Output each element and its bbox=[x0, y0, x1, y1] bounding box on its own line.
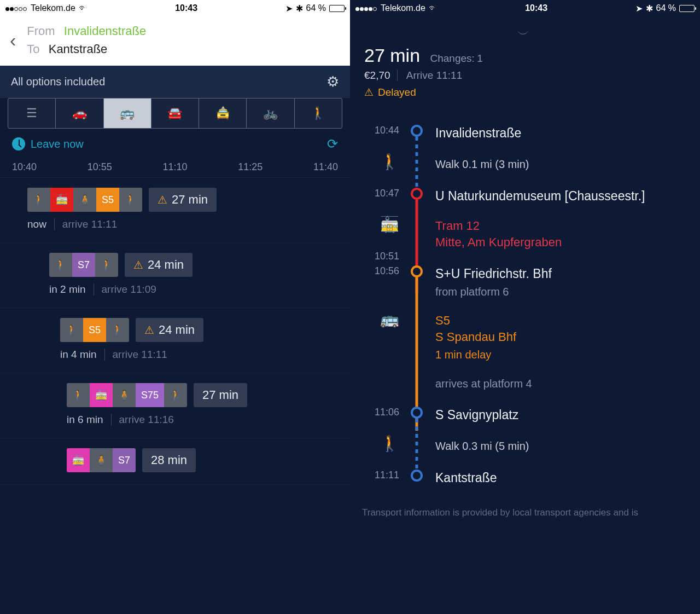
timeline-step[interactable]: 10:44Invalidenstraße🚶Walk 0.1 mi (3 min) bbox=[362, 125, 688, 188]
platform-info: from platform 6 bbox=[435, 285, 688, 299]
bluetooth-icon: ✱ bbox=[646, 3, 653, 14]
timeline-dot bbox=[411, 470, 423, 482]
stop-title: Kantstraße bbox=[435, 470, 688, 486]
timeline-line bbox=[416, 419, 418, 473]
segment-wait: 🧍 bbox=[73, 188, 96, 212]
delayed-label: Delayed bbox=[378, 86, 416, 99]
segment-wait: 🧍 bbox=[90, 448, 113, 472]
time-ticks: 10:40 10:55 11:10 11:25 11:40 bbox=[0, 159, 350, 178]
duration: 27 min bbox=[364, 45, 420, 66]
status-time-left: 10:43 bbox=[88, 3, 285, 13]
wifi-icon: ᯤ bbox=[79, 3, 88, 13]
stop-title: U Naturkundemuseum [Chausseestr.] bbox=[435, 188, 688, 205]
mode-tab-taxi[interactable]: 🚖 bbox=[199, 99, 247, 128]
from-label: From bbox=[27, 24, 55, 38]
segment-walk: 🚶 bbox=[164, 383, 187, 407]
leave-time: now bbox=[27, 218, 46, 230]
changes-value: 1 bbox=[477, 53, 483, 64]
segment-walk: 🚶 bbox=[60, 318, 83, 342]
arrival-platform: arrives at platform 4 bbox=[435, 376, 688, 391]
route-card[interactable]: 🚶🚋🧍S75🚶27 minin 6 minarrive 11:16 bbox=[0, 373, 350, 438]
segment-transit: S5 bbox=[96, 188, 119, 212]
settings-gear-icon[interactable]: ⚙ bbox=[326, 73, 339, 90]
battery-pct-left: 64 % bbox=[306, 3, 326, 13]
options-label: All options included bbox=[11, 76, 105, 88]
mode-tab-bike[interactable]: 🚲 bbox=[247, 99, 294, 128]
timeline-step[interactable]: 11:06S Savignyplatz🚶Walk 0.3 mi (5 min) bbox=[362, 407, 688, 470]
clock-icon bbox=[12, 137, 25, 150]
segment-transit: 🚋 bbox=[67, 448, 90, 472]
segment-wait: 🧍 bbox=[113, 383, 136, 407]
step-time: 10:44 bbox=[362, 125, 405, 136]
leave-time: in 4 min bbox=[60, 349, 97, 361]
leave-now-button[interactable]: Leave now bbox=[31, 138, 84, 150]
walk-sub: Walk 0.1 mi (3 min) bbox=[435, 157, 688, 172]
arrive-label: Arrive bbox=[406, 69, 434, 81]
mode-tab-carshare[interactable]: 🚘 bbox=[151, 99, 199, 128]
timeline-dot bbox=[411, 125, 423, 137]
segment-walk: 🚶 bbox=[119, 188, 142, 212]
timeline-step[interactable]: 10:5110:47U Naturkundemuseum [Chausseest… bbox=[362, 188, 688, 265]
timeline-step[interactable]: 10:56S+U Friedrichstr. Bhffrom platform … bbox=[362, 265, 688, 406]
leave-time: in 2 min bbox=[49, 283, 86, 296]
carrier-label: Telekom.de bbox=[381, 3, 425, 13]
refresh-button[interactable]: ⟳ bbox=[327, 136, 338, 152]
warning-icon: ⚠ bbox=[364, 86, 374, 99]
carrier-label: Telekom.de bbox=[31, 3, 75, 13]
line-destination: S Spandau Bhf bbox=[435, 329, 688, 345]
timeline-step[interactable]: 11:11Kantstraße bbox=[362, 470, 688, 502]
mode-tabs: ☰ 🚗 🚌 🚘 🚖 🚲 🚶 bbox=[8, 98, 342, 129]
price: €2,70 bbox=[364, 69, 398, 81]
delay-info: 1 min delay bbox=[435, 347, 688, 362]
route-card[interactable]: 🚶S7🚶⚠24 minin 2 minarrive 11:09 bbox=[0, 243, 350, 308]
line-name: S5 bbox=[435, 312, 688, 329]
warning-icon: ⚠ bbox=[144, 323, 154, 337]
arrive-time: arrive 11:16 bbox=[119, 414, 174, 426]
step-time: 11:11 bbox=[362, 470, 405, 481]
mode-tab-car[interactable]: 🚗 bbox=[56, 99, 103, 128]
segment-transit: 🚋 bbox=[90, 383, 113, 407]
signal-dots bbox=[5, 3, 27, 13]
battery-icon bbox=[329, 5, 345, 12]
location-icon: ➤ bbox=[635, 3, 643, 14]
segment-walk: 🚶 bbox=[49, 253, 72, 277]
to-value[interactable]: Kantstraße bbox=[49, 42, 108, 56]
stop-title: S+U Friedrichstr. Bhf bbox=[435, 265, 688, 282]
arrive-time: 11:11 bbox=[436, 69, 463, 81]
collapse-chevron-icon[interactable]: ︶ bbox=[364, 26, 686, 43]
mode-tab-walk[interactable]: 🚶 bbox=[295, 99, 342, 128]
duration-badge: ⚠27 min bbox=[149, 188, 217, 212]
step-time: 11:06 bbox=[362, 407, 405, 418]
mode-tab-all[interactable]: ☰ bbox=[8, 99, 56, 128]
back-button[interactable]: ‹ bbox=[10, 30, 16, 51]
segment-transit: S75 bbox=[136, 383, 164, 407]
mode-tab-transit[interactable]: 🚌 bbox=[104, 99, 151, 128]
route-card[interactable]: 🚶🚋🧍S5🚶⚠27 minnowarrive 11:11 bbox=[0, 178, 350, 243]
bluetooth-icon: ✱ bbox=[296, 3, 303, 14]
timeline-dot bbox=[411, 265, 423, 277]
line-name: Tram 12 bbox=[435, 218, 688, 234]
status-time-right: 10:43 bbox=[438, 3, 635, 13]
step-time: 10:47 bbox=[362, 188, 405, 199]
status-bar-left: Telekom.de ᯤ 10:43 ➤ ✱ 64 % bbox=[0, 0, 350, 16]
status-bar-right: Telekom.de ᯤ 10:43 ➤ ✱ 64 % bbox=[350, 0, 700, 16]
signal-dots bbox=[355, 3, 377, 13]
timeline-dot bbox=[411, 407, 423, 419]
changes-label: Changes: bbox=[430, 53, 475, 64]
duration-badge: ⚠24 min bbox=[125, 253, 192, 277]
segment-walk: 🚶 bbox=[95, 253, 118, 277]
route-card[interactable]: 🚋🧍S728 min bbox=[0, 438, 350, 485]
transport-footnote: Transport information is provided by loc… bbox=[350, 502, 700, 519]
from-value[interactable]: Invalidenstraße bbox=[64, 24, 146, 38]
arrive-time: arrive 11:11 bbox=[113, 349, 167, 361]
duration-badge: ⚠24 min bbox=[136, 318, 203, 342]
segment-walk: 🚶 bbox=[67, 383, 90, 407]
leave-time: in 6 min bbox=[67, 414, 103, 426]
walk-sub: Walk 0.3 mi (5 min) bbox=[435, 439, 688, 454]
duration-badge: 28 min bbox=[142, 448, 196, 472]
location-icon: ➤ bbox=[285, 3, 293, 14]
segment-transit: S7 bbox=[72, 253, 95, 277]
segment-transit: S5 bbox=[83, 318, 106, 342]
arrive-time: arrive 11:09 bbox=[102, 283, 156, 296]
route-card[interactable]: 🚶S5🚶⚠24 minin 4 minarrive 11:11 bbox=[0, 308, 350, 373]
